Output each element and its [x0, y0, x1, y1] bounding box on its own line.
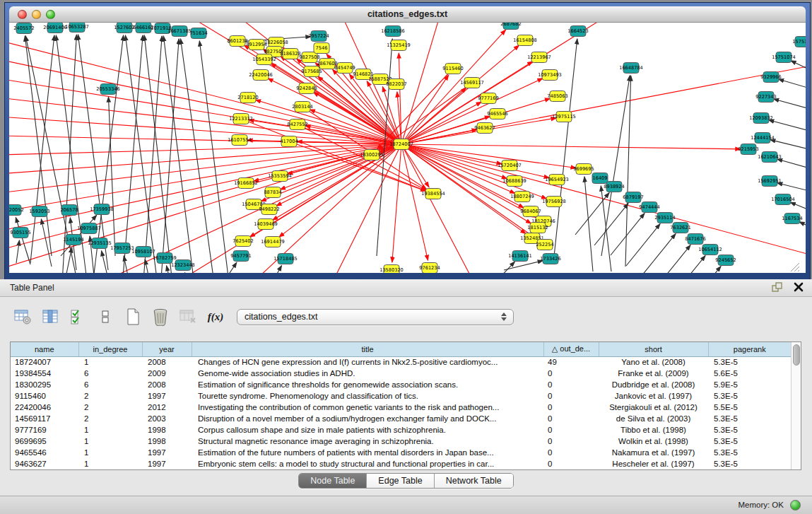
network-node[interactable]: 16218586 — [381, 26, 405, 37]
network-edge[interactable] — [331, 144, 401, 273]
delete-table-icon[interactable] — [151, 307, 170, 327]
network-node[interactable]: 15720407 — [498, 160, 522, 171]
network-edge[interactable] — [401, 45, 519, 144]
table-cell[interactable]: Structural magnetic resonance image aver… — [192, 436, 543, 447]
column-header-pagerank[interactable]: pagerank — [708, 342, 791, 356]
table-row[interactable]: 1456911722003Disruption of a novel membe… — [11, 413, 791, 424]
network-node[interactable]: 9245652 — [715, 255, 736, 266]
table-vertical-scrollbar[interactable] — [791, 342, 801, 469]
network-node[interactable]: 9457791 — [230, 251, 251, 262]
table-cell[interactable]: Jankovic et al. (1997) — [599, 390, 708, 402]
table-cell[interactable]: 2008 — [142, 356, 192, 368]
show-columns-icon[interactable] — [40, 307, 60, 327]
table-row[interactable]: 946554611997Estimation of the future num… — [11, 447, 791, 458]
network-edge[interactable] — [9, 144, 401, 155]
network-edge[interactable] — [601, 76, 630, 256]
network-node[interactable]: 887834 — [264, 187, 281, 198]
network-node[interactable]: 9305155 — [10, 228, 30, 238]
network-edge[interactable] — [401, 144, 428, 260]
network-node[interactable]: 16107554 — [228, 135, 252, 146]
network-node[interactable]: 17359938 — [90, 204, 114, 215]
table-cell[interactable]: Tourette syndrome. Phenomenology and cla… — [192, 390, 543, 402]
table-cell[interactable]: 14569117 — [11, 413, 78, 424]
table-cell[interactable]: 5.9E-5 — [708, 379, 791, 390]
network-edge[interactable] — [657, 245, 690, 273]
table-cell[interactable]: 2008 — [142, 379, 192, 390]
table-cell[interactable]: 1 — [78, 424, 142, 436]
table-cell[interactable]: Changes of HCN gene expression and I(f) … — [192, 356, 543, 368]
table-cell[interactable]: 2 — [78, 413, 142, 424]
network-edge[interactable] — [221, 262, 237, 273]
table-row[interactable]: 911546021997Tourette syndrome. Phenomeno… — [11, 390, 791, 402]
network-node[interactable]: 15692951 — [758, 176, 782, 187]
network-node[interactable]: 1167534 — [782, 214, 802, 224]
network-node[interactable]: 2718120 — [237, 93, 258, 103]
select-all-checks-icon[interactable] — [68, 307, 88, 327]
network-edge[interactable] — [601, 186, 611, 271]
network-node[interactable]: 14039469 — [254, 219, 278, 230]
table-cell[interactable]: 1997 — [142, 447, 192, 458]
table-cell[interactable]: Hescheler et al. (1997) — [599, 458, 708, 469]
network-edge[interactable] — [779, 79, 806, 90]
network-node[interactable]: 9115460 — [442, 64, 463, 74]
network-edge[interactable] — [392, 144, 401, 262]
network-node[interactable]: 11325419 — [387, 40, 411, 51]
table-cell[interactable]: Tibbo et al. (1998) — [599, 424, 708, 436]
table-cell[interactable]: 49 — [543, 356, 599, 368]
network-edge[interactable] — [401, 65, 806, 144]
table-cell[interactable]: Corpus callosum shape and size in male p… — [192, 424, 543, 436]
table-cell[interactable]: Stergiakouli et al. (2012) — [599, 402, 708, 413]
network-edge[interactable] — [770, 140, 806, 151]
network-node[interactable]: 12213967 — [527, 52, 551, 63]
network-node[interactable]: 9761234 — [419, 263, 440, 274]
column-header-out_de[interactable]: △ out_de... — [543, 342, 599, 356]
network-node[interactable]: 16648784 — [619, 63, 643, 74]
table-cell[interactable]: 1 — [78, 458, 142, 469]
table-cell[interactable]: 1 — [78, 447, 142, 458]
network-node[interactable]: 12213312 — [229, 114, 253, 124]
network-node[interactable]: 15718485 — [273, 254, 298, 264]
network-edge[interactable] — [642, 234, 676, 273]
network-node[interactable]: 9465546 — [487, 109, 507, 119]
table-cell[interactable]: 5.3E-5 — [708, 424, 791, 436]
network-node[interactable]: 12093832 — [749, 113, 773, 124]
scrollbar-thumb[interactable] — [793, 344, 800, 366]
table-cell[interactable]: Estimation of significance thresholds fo… — [192, 379, 543, 390]
table-row[interactable]: 977716911998Corpus callosum shape and si… — [11, 424, 791, 436]
network-node[interactable]: 7625402 — [233, 236, 253, 247]
close-panel-icon[interactable] — [794, 282, 804, 292]
table-cell[interactable]: Yano et al. (2008) — [599, 356, 708, 368]
table-cell[interactable]: 5.3E-5 — [708, 356, 791, 368]
table-row[interactable]: 1938455462009Genome-wide association stu… — [11, 368, 791, 379]
network-edge[interactable] — [94, 35, 124, 273]
network-edge[interactable] — [256, 100, 401, 144]
table-cell[interactable]: 9699695 — [11, 436, 78, 447]
table-chooser-select[interactable]: citations_edges.txt — [237, 309, 514, 325]
network-node[interactable]: 7485063 — [547, 91, 567, 102]
table-row[interactable]: 1830029562008Estimation of significance … — [11, 379, 791, 390]
network-node[interactable]: 7957224 — [308, 31, 329, 42]
network-node[interactable]: 16154808 — [513, 35, 537, 46]
network-node[interactable]: 8938924 — [604, 182, 624, 192]
network-edge[interactable] — [124, 256, 129, 273]
network-node[interactable]: 9699695 — [573, 164, 594, 175]
table-cell[interactable]: 18724007 — [11, 356, 78, 368]
network-edge[interactable] — [143, 36, 162, 273]
network-node[interactable]: 8215953 — [738, 144, 758, 155]
network-node[interactable]: 1527602 — [114, 23, 134, 33]
table-cell[interactable]: 2 — [78, 402, 142, 413]
table-cell[interactable]: 5.5E-5 — [708, 402, 791, 413]
network-node[interactable]: 252254 — [536, 240, 553, 250]
network-edge[interactable] — [401, 144, 507, 179]
network-node[interactable]: 9822037 — [386, 79, 406, 90]
network-node[interactable]: 6879197 — [623, 192, 643, 203]
network-node[interactable]: 9242848 — [296, 83, 317, 94]
network-node[interactable]: 12444154 — [751, 133, 775, 144]
network-edge[interactable] — [799, 222, 806, 229]
table-cell[interactable]: 0 — [543, 458, 599, 469]
network-edge[interactable] — [769, 120, 806, 132]
table-cell[interactable]: 1998 — [142, 436, 192, 447]
table-cell[interactable]: Franke et al. (2009) — [599, 368, 708, 379]
column-header-title[interactable]: title — [192, 342, 543, 356]
table-cell[interactable]: Nakamura et al. (1997) — [599, 447, 708, 458]
